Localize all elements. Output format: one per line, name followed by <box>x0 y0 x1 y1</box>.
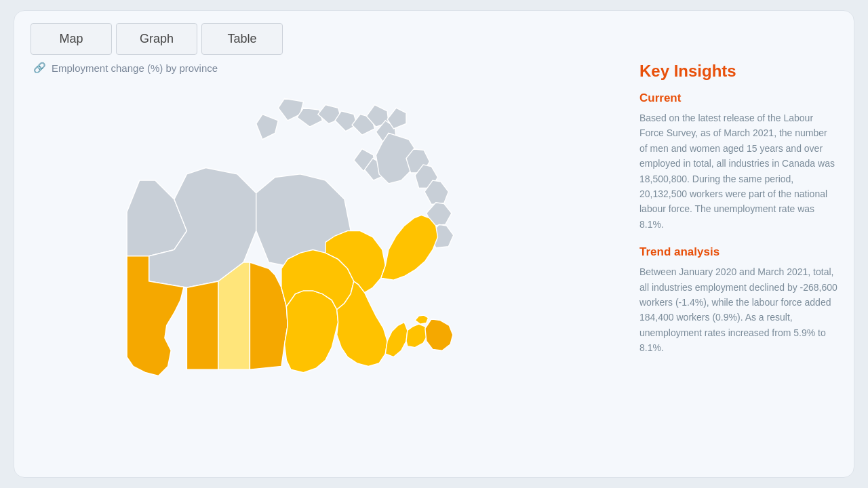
trend-text: Between January 2020 and March 2021, tot… <box>639 264 837 355</box>
map-label-row: 🔗 Employment change (%) by province <box>33 62 620 74</box>
canada-map-svg <box>95 92 556 451</box>
tab-map[interactable]: Map <box>31 23 112 55</box>
link-icon: 🔗 <box>33 62 46 74</box>
current-heading: Current <box>639 92 837 105</box>
tab-graph[interactable]: Graph <box>116 23 197 55</box>
content-area: 🔗 Employment change (%) by province <box>31 62 837 465</box>
main-card: Map Graph Table 🔗 Employment change (%) … <box>14 10 854 478</box>
nunavut-island1 <box>256 114 279 139</box>
current-text: Based on the latest release of the Labou… <box>639 110 837 232</box>
map-panel: 🔗 Employment change (%) by province <box>31 62 620 465</box>
tab-bar: Map Graph Table <box>31 23 837 55</box>
insights-panel: Key Insights Current Based on the latest… <box>620 62 837 465</box>
labrador-province <box>381 215 438 280</box>
alberta-province[interactable] <box>186 281 218 369</box>
nb-province[interactable] <box>385 322 408 357</box>
map-title: Employment change (%) by province <box>52 62 218 74</box>
ontario-province[interactable] <box>285 290 338 372</box>
map-svg-container <box>31 78 620 465</box>
tab-table[interactable]: Table <box>201 23 283 55</box>
saskatchewan-province[interactable] <box>218 262 250 369</box>
ns-province[interactable] <box>406 324 428 347</box>
nl-island-province[interactable] <box>425 319 453 350</box>
trend-heading: Trend analysis <box>639 245 837 259</box>
insights-title: Key Insights <box>639 62 837 81</box>
pei-province[interactable] <box>415 315 429 324</box>
